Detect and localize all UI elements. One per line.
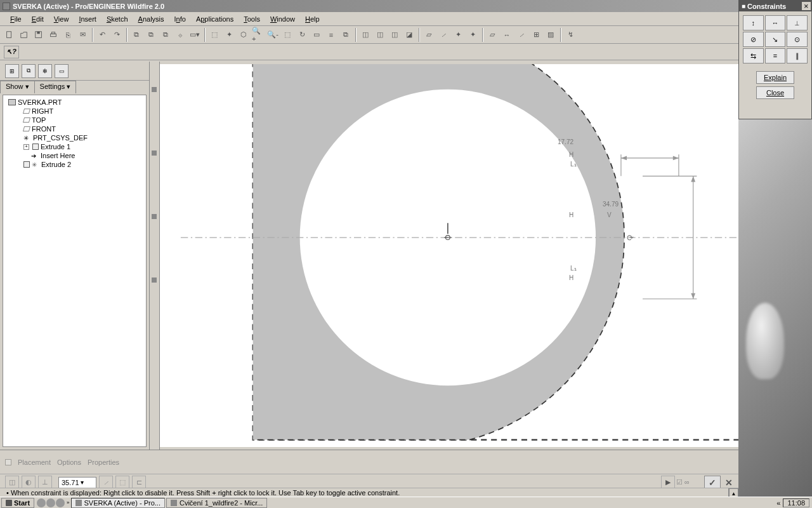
- constraint-equal-button[interactable]: =: [765, 48, 786, 64]
- quicklaunch-icon[interactable]: [46, 498, 55, 507]
- copy-button[interactable]: ⎘: [61, 28, 75, 42]
- zoom-in-button[interactable]: 🔍+: [251, 28, 265, 42]
- constraint-coincident-button[interactable]: ⊙: [787, 32, 808, 47]
- constraints-panel-title[interactable]: ■ Constraints ✕: [739, 1, 811, 11]
- dashboard-tab-options[interactable]: Options: [57, 458, 81, 466]
- tree-item-extrude1[interactable]: +Extrude 1: [6, 142, 143, 151]
- context-help-button[interactable]: ↖?: [4, 46, 19, 58]
- quicklaunch-icon[interactable]: [37, 498, 46, 507]
- tree-tab-show[interactable]: Show ▾: [0, 81, 35, 93]
- constraint-parallel-button[interactable]: ∥: [787, 48, 808, 64]
- constraint-horizontal-button[interactable]: ↔: [765, 15, 786, 30]
- tree-root[interactable]: SVERKA.PRT: [6, 98, 143, 107]
- datum-point-button[interactable]: ✦: [451, 28, 465, 42]
- tree-item[interactable]: FRONT: [6, 124, 143, 133]
- constraint-perpendicular-button[interactable]: ⟂: [787, 15, 808, 30]
- dashboard-tab-placement[interactable]: Placement: [18, 458, 51, 466]
- menu-help[interactable]: Help: [300, 14, 325, 24]
- view-mgr-button[interactable]: ⧉: [339, 28, 353, 42]
- sash-handle[interactable]: [152, 150, 157, 156]
- tray-expand-icon[interactable]: «: [776, 499, 780, 507]
- dimension-value[interactable]: 17.72: [558, 138, 573, 145]
- tree-item-insert-here[interactable]: ➔Insert Here: [6, 151, 143, 160]
- start-button[interactable]: Start: [1, 498, 34, 508]
- show-dim-button[interactable]: ↔: [500, 28, 514, 42]
- open-button[interactable]: [17, 28, 31, 42]
- layers-button[interactable]: ≡: [324, 28, 338, 42]
- saved-view-button[interactable]: ▭: [310, 28, 324, 42]
- refit-button[interactable]: ⬚: [207, 28, 221, 42]
- constraint-vertical-button[interactable]: ↕: [743, 15, 764, 30]
- model-tree[interactable]: SVERKA.PRT RIGHT TOP FRONT ✳PRT_CSYS_DEF…: [3, 95, 147, 447]
- copy2-button[interactable]: ⧉: [129, 28, 143, 42]
- show-plane-button[interactable]: ▱: [485, 28, 499, 42]
- orient-button[interactable]: ↻: [295, 28, 309, 42]
- constraint-tangent-button[interactable]: ⊘: [743, 32, 764, 47]
- taskbar-item[interactable]: Cvičení 1_wildfire2 - Micr...: [166, 498, 267, 508]
- tree-item[interactable]: ✳PRT_CSYS_DEF: [6, 133, 143, 142]
- zoom-out-button[interactable]: 🔍-: [266, 28, 280, 42]
- menu-analysis[interactable]: Analysis: [133, 14, 169, 24]
- constraints-close-button[interactable]: Close: [756, 86, 794, 99]
- mail-button[interactable]: ✉: [75, 28, 89, 42]
- constraints-close-icon[interactable]: ✕: [802, 2, 811, 10]
- tree-item[interactable]: RIGHT: [6, 107, 143, 116]
- grid-button[interactable]: ✦: [222, 28, 236, 42]
- dashboard-tab-properties[interactable]: Properties: [88, 458, 119, 466]
- sash-handle[interactable]: [152, 277, 157, 283]
- save-button[interactable]: [32, 28, 46, 42]
- tree-filter-icon[interactable]: ⧉: [22, 64, 36, 78]
- message-scrollbar[interactable]: ▲: [728, 488, 738, 497]
- regen-button[interactable]: ⟐: [173, 28, 187, 42]
- menu-insert[interactable]: Insert: [74, 14, 102, 24]
- shaded-button[interactable]: ◪: [402, 28, 416, 42]
- tree-layout-icon[interactable]: ⊞: [5, 64, 19, 78]
- sketch-setup-button[interactable]: ↯: [563, 28, 577, 42]
- depth-input[interactable]: 35.71 ▾: [58, 477, 96, 488]
- datum-axis-button[interactable]: ⟋: [436, 28, 450, 42]
- menu-sketch[interactable]: Sketch: [102, 14, 133, 24]
- tree-display-icon[interactable]: ✻: [38, 64, 52, 78]
- tree-window-icon[interactable]: ▭: [55, 64, 69, 78]
- tree-item-extrude2[interactable]: ✳Extrude 2: [6, 160, 143, 169]
- sketch-canvas[interactable]: ⟳ 17.72 34.79 H L₁ H V L₁ H: [160, 64, 779, 447]
- hidden-line-button[interactable]: ◫: [373, 28, 387, 42]
- show-vertex-button[interactable]: ▨: [544, 28, 558, 42]
- dimension-value[interactable]: 34.79: [603, 201, 619, 208]
- datum-plane-button[interactable]: ▱: [422, 28, 436, 42]
- paste-button[interactable]: ⧉: [144, 28, 158, 42]
- no-hidden-button[interactable]: ◫: [388, 28, 402, 42]
- new-button[interactable]: [3, 28, 16, 42]
- menu-tools[interactable]: Tools: [239, 14, 265, 24]
- menu-info[interactable]: Info: [169, 14, 191, 24]
- vertical-sash[interactable]: [150, 62, 160, 450]
- tree-item[interactable]: TOP: [6, 116, 143, 124]
- sash-handle[interactable]: [152, 214, 157, 219]
- datum-csys-button[interactable]: ✦: [466, 28, 480, 42]
- redo-button[interactable]: ↷: [110, 28, 124, 42]
- tree-tab-settings[interactable]: Settings ▾: [34, 81, 77, 93]
- print-button[interactable]: [46, 28, 60, 42]
- show-constraint-button[interactable]: ⟋: [514, 28, 528, 42]
- show-grid-button[interactable]: ⊞: [529, 28, 543, 42]
- menu-edit[interactable]: Edit: [27, 14, 49, 24]
- menu-applications[interactable]: Applications: [191, 14, 239, 24]
- zoom-fit-button[interactable]: ⬚: [280, 28, 294, 42]
- constraint-symmetric-button[interactable]: ⇆: [743, 48, 764, 64]
- sash-handle[interactable]: [152, 87, 157, 92]
- quicklaunch-icon[interactable]: [56, 498, 65, 507]
- constraint-midpoint-button[interactable]: ↘: [765, 32, 786, 47]
- tray-clock[interactable]: 11:08: [783, 498, 809, 507]
- menu-file[interactable]: File: [5, 14, 27, 24]
- paste-special-button[interactable]: ⧉: [159, 28, 173, 42]
- constraints-explain-button[interactable]: Explain: [756, 71, 794, 84]
- undo-button[interactable]: ↶: [95, 28, 109, 42]
- menu-view[interactable]: View: [49, 14, 74, 24]
- quicklaunch-more-icon[interactable]: »: [67, 500, 69, 505]
- snap-button[interactable]: ⬡: [237, 28, 251, 42]
- menu-window[interactable]: Window: [265, 14, 300, 24]
- expand-icon[interactable]: +: [23, 144, 29, 150]
- select-button[interactable]: ▭▾: [188, 28, 202, 42]
- taskbar-item[interactable]: SVERKA (Active) - Pro...: [71, 498, 165, 508]
- wireframe-button[interactable]: ◫: [358, 28, 372, 42]
